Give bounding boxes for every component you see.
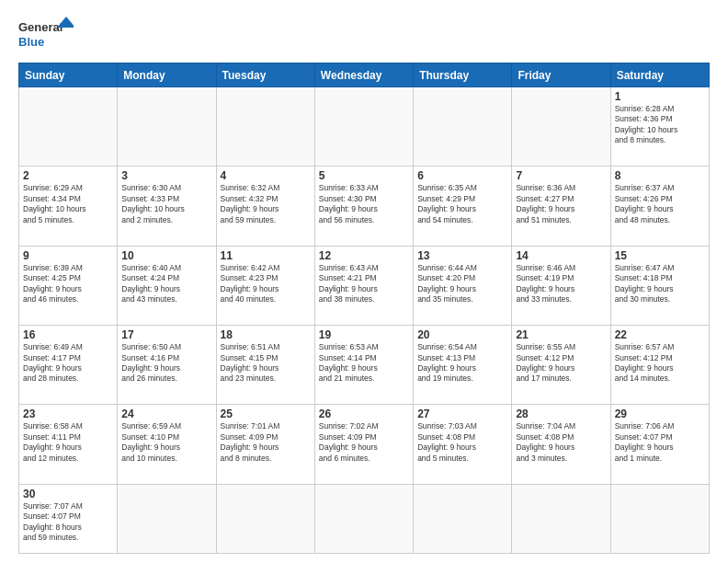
calendar-day-cell: [414, 484, 512, 553]
logo-svg: General Blue: [18, 15, 74, 55]
day-info: Sunrise: 6:51 AM Sunset: 4:15 PM Dayligh…: [221, 342, 311, 385]
day-of-week-header: Thursday: [414, 63, 512, 87]
calendar-day-cell: 4Sunrise: 6:32 AM Sunset: 4:32 PM Daylig…: [216, 167, 314, 246]
day-number: 16: [23, 328, 113, 341]
page: General Blue SundayMondayTuesdayWednesda…: [0, 0, 728, 563]
day-number: 5: [319, 169, 409, 182]
day-of-week-header: Monday: [118, 63, 216, 87]
calendar-day-cell: 30Sunrise: 7:07 AM Sunset: 4:07 PM Dayli…: [19, 484, 118, 553]
day-info: Sunrise: 6:35 AM Sunset: 4:29 PM Dayligh…: [417, 183, 507, 225]
calendar-day-cell: 9Sunrise: 6:39 AM Sunset: 4:25 PM Daylig…: [19, 246, 118, 325]
calendar-day-cell: 7Sunrise: 6:36 AM Sunset: 4:27 PM Daylig…: [512, 167, 610, 246]
calendar-week-row: 2Sunrise: 6:29 AM Sunset: 4:34 PM Daylig…: [19, 167, 710, 246]
calendar-day-cell: [314, 87, 413, 167]
day-of-week-header: Tuesday: [216, 63, 314, 87]
calendar-table: SundayMondayTuesdayWednesdayThursdayFrid…: [18, 63, 710, 554]
day-of-week-header: Sunday: [19, 63, 118, 87]
calendar-day-cell: 21Sunrise: 6:55 AM Sunset: 4:12 PM Dayli…: [512, 326, 610, 405]
day-number: 9: [23, 249, 113, 262]
calendar-day-cell: 25Sunrise: 7:01 AM Sunset: 4:09 PM Dayli…: [216, 405, 314, 484]
day-info: Sunrise: 6:50 AM Sunset: 4:16 PM Dayligh…: [121, 342, 211, 385]
calendar-day-cell: 20Sunrise: 6:54 AM Sunset: 4:13 PM Dayli…: [414, 326, 512, 405]
day-info: Sunrise: 6:37 AM Sunset: 4:26 PM Dayligh…: [615, 183, 705, 225]
day-info: Sunrise: 6:44 AM Sunset: 4:20 PM Dayligh…: [417, 263, 507, 305]
day-info: Sunrise: 7:03 AM Sunset: 4:08 PM Dayligh…: [417, 421, 507, 464]
day-info: Sunrise: 6:57 AM Sunset: 4:12 PM Dayligh…: [615, 342, 705, 385]
calendar-day-cell: [19, 87, 118, 167]
calendar-header-row: SundayMondayTuesdayWednesdayThursdayFrid…: [19, 63, 710, 87]
calendar-day-cell: 3Sunrise: 6:30 AM Sunset: 4:33 PM Daylig…: [118, 167, 216, 246]
calendar-day-cell: 16Sunrise: 6:49 AM Sunset: 4:17 PM Dayli…: [19, 326, 118, 405]
day-info: Sunrise: 6:28 AM Sunset: 4:36 PM Dayligh…: [615, 104, 705, 146]
day-number: 6: [417, 169, 507, 182]
day-of-week-header: Saturday: [610, 63, 709, 87]
calendar-day-cell: 14Sunrise: 6:46 AM Sunset: 4:19 PM Dayli…: [512, 246, 610, 325]
day-number: 27: [417, 408, 507, 420]
calendar-week-row: 30Sunrise: 7:07 AM Sunset: 4:07 PM Dayli…: [19, 484, 710, 553]
calendar-day-cell: 22Sunrise: 6:57 AM Sunset: 4:12 PM Dayli…: [610, 326, 709, 405]
day-number: 23: [23, 408, 113, 420]
day-info: Sunrise: 6:32 AM Sunset: 4:32 PM Dayligh…: [221, 183, 311, 225]
day-number: 29: [615, 408, 705, 420]
day-of-week-header: Wednesday: [314, 63, 413, 87]
calendar-day-cell: 12Sunrise: 6:43 AM Sunset: 4:21 PM Dayli…: [314, 246, 413, 325]
calendar-day-cell: 23Sunrise: 6:58 AM Sunset: 4:11 PM Dayli…: [19, 405, 118, 484]
svg-text:Blue: Blue: [18, 35, 44, 49]
calendar-day-cell: 10Sunrise: 6:40 AM Sunset: 4:24 PM Dayli…: [118, 246, 216, 325]
day-info: Sunrise: 6:36 AM Sunset: 4:27 PM Dayligh…: [516, 183, 606, 225]
calendar-day-cell: 28Sunrise: 7:04 AM Sunset: 4:08 PM Dayli…: [512, 405, 610, 484]
day-number: 7: [516, 169, 606, 182]
day-number: 2: [23, 169, 113, 182]
calendar-day-cell: 29Sunrise: 7:06 AM Sunset: 4:07 PM Dayli…: [610, 405, 709, 484]
day-info: Sunrise: 6:46 AM Sunset: 4:19 PM Dayligh…: [516, 263, 606, 305]
day-info: Sunrise: 6:33 AM Sunset: 4:30 PM Dayligh…: [319, 183, 409, 225]
day-info: Sunrise: 7:02 AM Sunset: 4:09 PM Dayligh…: [319, 421, 409, 464]
calendar-day-cell: [610, 484, 709, 553]
calendar-day-cell: 13Sunrise: 6:44 AM Sunset: 4:20 PM Dayli…: [414, 246, 512, 325]
day-number: 15: [615, 249, 705, 262]
day-number: 14: [516, 249, 606, 262]
day-info: Sunrise: 6:42 AM Sunset: 4:23 PM Dayligh…: [221, 263, 311, 305]
day-number: 10: [121, 249, 211, 262]
calendar-day-cell: 18Sunrise: 6:51 AM Sunset: 4:15 PM Dayli…: [216, 326, 314, 405]
day-info: Sunrise: 6:55 AM Sunset: 4:12 PM Dayligh…: [516, 342, 606, 385]
day-number: 20: [417, 328, 507, 341]
day-number: 25: [221, 408, 311, 420]
calendar-day-cell: [118, 87, 216, 167]
calendar-day-cell: 17Sunrise: 6:50 AM Sunset: 4:16 PM Dayli…: [118, 326, 216, 405]
day-info: Sunrise: 6:58 AM Sunset: 4:11 PM Dayligh…: [23, 421, 113, 464]
calendar-day-cell: 11Sunrise: 6:42 AM Sunset: 4:23 PM Dayli…: [216, 246, 314, 325]
day-info: Sunrise: 7:06 AM Sunset: 4:07 PM Dayligh…: [615, 421, 705, 464]
day-number: 18: [221, 328, 311, 341]
calendar-day-cell: [512, 484, 610, 553]
day-info: Sunrise: 6:53 AM Sunset: 4:14 PM Dayligh…: [319, 342, 409, 385]
day-number: 26: [319, 408, 409, 420]
day-info: Sunrise: 6:30 AM Sunset: 4:33 PM Dayligh…: [121, 183, 211, 225]
day-info: Sunrise: 6:39 AM Sunset: 4:25 PM Dayligh…: [23, 263, 113, 305]
day-info: Sunrise: 7:04 AM Sunset: 4:08 PM Dayligh…: [516, 421, 606, 464]
day-number: 21: [516, 328, 606, 341]
calendar-day-cell: 19Sunrise: 6:53 AM Sunset: 4:14 PM Dayli…: [314, 326, 413, 405]
day-info: Sunrise: 6:43 AM Sunset: 4:21 PM Dayligh…: [319, 263, 409, 305]
calendar-day-cell: [512, 87, 610, 167]
calendar-day-cell: 24Sunrise: 6:59 AM Sunset: 4:10 PM Dayli…: [118, 405, 216, 484]
calendar-week-row: 23Sunrise: 6:58 AM Sunset: 4:11 PM Dayli…: [19, 405, 710, 484]
day-info: Sunrise: 6:59 AM Sunset: 4:10 PM Dayligh…: [121, 421, 211, 464]
calendar-day-cell: [216, 87, 314, 167]
calendar-day-cell: 26Sunrise: 7:02 AM Sunset: 4:09 PM Dayli…: [314, 405, 413, 484]
calendar-day-cell: [414, 87, 512, 167]
calendar-day-cell: 2Sunrise: 6:29 AM Sunset: 4:34 PM Daylig…: [19, 167, 118, 246]
day-of-week-header: Friday: [512, 63, 610, 87]
day-number: 13: [417, 249, 507, 262]
calendar-day-cell: 1Sunrise: 6:28 AM Sunset: 4:36 PM Daylig…: [610, 87, 709, 167]
day-number: 28: [516, 408, 606, 420]
calendar-day-cell: 8Sunrise: 6:37 AM Sunset: 4:26 PM Daylig…: [610, 167, 709, 246]
day-number: 17: [121, 328, 211, 341]
day-number: 4: [221, 169, 311, 182]
day-info: Sunrise: 6:29 AM Sunset: 4:34 PM Dayligh…: [23, 183, 113, 225]
calendar-day-cell: 6Sunrise: 6:35 AM Sunset: 4:29 PM Daylig…: [414, 167, 512, 246]
day-number: 12: [319, 249, 409, 262]
day-number: 30: [23, 488, 113, 500]
calendar-day-cell: [118, 484, 216, 553]
calendar-week-row: 16Sunrise: 6:49 AM Sunset: 4:17 PM Dayli…: [19, 326, 710, 405]
